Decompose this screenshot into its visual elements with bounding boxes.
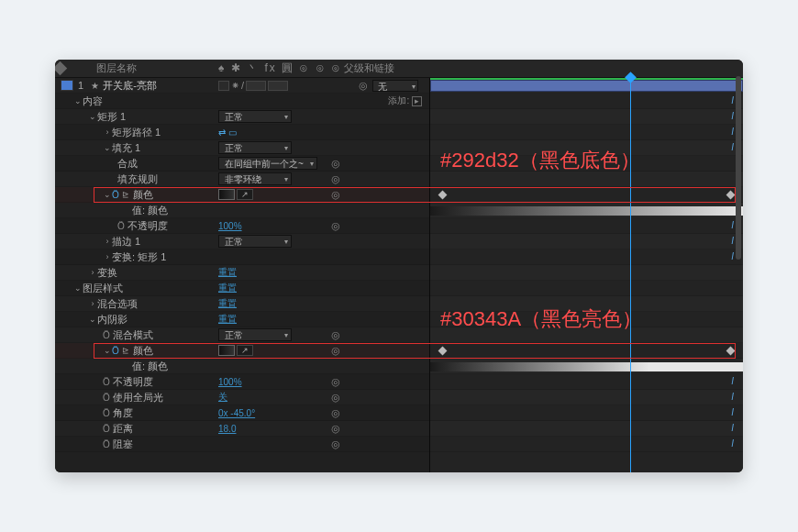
pickwhip-icon[interactable]: ◎ <box>330 189 341 200</box>
switch-icons[interactable]: ⁕/ <box>218 80 315 92</box>
layer-color-chip[interactable] <box>61 80 73 91</box>
expand-icon[interactable]: ⌄ <box>103 346 112 355</box>
pickwhip-icon[interactable]: ◎ <box>330 220 341 231</box>
dropdown-normal[interactable]: 正常 <box>218 235 292 248</box>
prop-stroke1[interactable]: › 描边 1 正常 <box>55 234 429 249</box>
pickwhip-icon[interactable]: ◎ <box>330 345 341 356</box>
tag-icon <box>55 61 67 76</box>
layer-list: 1 ★ 开关底-亮部 ⁕/ ◎ 无 ⌄ 内容 添加: ▸ ⌄ <box>55 78 429 472</box>
prop-blend-mode[interactable]: Ö 混合模式 正常 ◎ <box>55 327 429 343</box>
prop-value-color-2: 值: 颜色 <box>55 359 429 374</box>
pickwhip-icon[interactable]: ◎ <box>330 173 341 184</box>
prop-opacity-2[interactable]: Ö 不透明度 100% ◎ <box>55 374 429 390</box>
scrollbar-thumb[interactable] <box>736 76 741 260</box>
prop-color-2[interactable]: ⌄ Ö ⊵ 颜色 ↗ ◎ <box>55 343 429 359</box>
timeline-row <box>430 78 743 94</box>
color-swatch[interactable]: ↗ <box>218 345 253 356</box>
stopwatch-icon[interactable]: Ö <box>112 190 119 200</box>
pickwhip-icon[interactable]: ◎ <box>330 376 341 387</box>
column-layer-name: 图层名称 <box>96 61 137 75</box>
stopwatch-icon[interactable]: Ö <box>103 439 110 449</box>
timeline-area[interactable]: I I I I I I I I I I I I <box>429 78 743 472</box>
prop-rect1[interactable]: ⌄ 矩形 1 正常 <box>55 109 429 125</box>
timeline-row: I <box>430 218 743 234</box>
timeline-row: I <box>430 140 743 156</box>
prop-fill-rule[interactable]: 填充规则 非零环绕 ◎ <box>55 172 429 187</box>
parent-link[interactable]: ◎ 无 <box>358 80 418 92</box>
expand-icon[interactable]: ⌄ <box>103 190 112 199</box>
prop-composite[interactable]: 合成 在同组中前一个之~ ◎ <box>55 156 429 172</box>
reset-link[interactable]: 重置 <box>218 297 237 310</box>
stopwatch-icon[interactable]: Ö <box>103 393 110 403</box>
prop-color-1[interactable]: ⌄ Ö ⊵ 颜色 ↗ ◎ <box>55 187 429 203</box>
pickwhip-icon[interactable]: ◎ <box>330 158 341 169</box>
layer-name[interactable]: 开关底-亮部 <box>103 79 157 93</box>
expand-icon[interactable]: ⌄ <box>73 96 83 105</box>
add-button[interactable]: 添加: ▸ <box>388 94 422 107</box>
expand-icon[interactable]: ⌄ <box>73 283 83 293</box>
graph-icon[interactable]: ⊵ <box>122 190 129 199</box>
pickwhip-icon[interactable]: ◎ <box>330 423 341 434</box>
dropdown-normal[interactable]: 正常 <box>218 328 292 341</box>
expand-icon[interactable]: › <box>103 252 112 261</box>
opacity-value[interactable]: 100% <box>218 377 242 387</box>
pickwhip-icon[interactable]: ◎ <box>358 80 369 91</box>
prop-global-light[interactable]: Ö 使用全局光 关 ◎ <box>55 390 429 405</box>
stopwatch-icon[interactable]: Ö <box>103 424 110 434</box>
layer-row[interactable]: 1 ★ 开关底-亮部 ⁕/ ◎ 无 <box>55 78 429 94</box>
expand-icon[interactable]: ⌄ <box>88 315 97 324</box>
expand-icon[interactable]: › <box>88 268 97 277</box>
pickwhip-icon[interactable]: ◎ <box>330 392 341 403</box>
prop-angle[interactable]: Ö 角度 0x -45.0° ◎ <box>55 405 429 421</box>
stopwatch-icon[interactable]: Ö <box>112 346 119 356</box>
stopwatch-icon[interactable]: Ö <box>103 330 110 340</box>
reset-link[interactable]: 重置 <box>218 266 237 279</box>
dropdown-normal[interactable]: 正常 <box>218 110 292 123</box>
expand-icon[interactable]: ⌄ <box>88 112 97 121</box>
dropdown-fillrule[interactable]: 非零环绕 <box>218 172 292 185</box>
prop-choke[interactable]: Ö 阻塞 ◎ <box>55 437 429 452</box>
prop-opacity[interactable]: Ö 不透明度 100% ◎ <box>55 218 429 234</box>
prop-contents[interactable]: ⌄ 内容 添加: ▸ <box>55 94 429 109</box>
playhead[interactable] <box>630 78 631 472</box>
reset-link[interactable]: 重置 <box>218 282 237 294</box>
prop-transform[interactable]: › 变换 重置 <box>55 265 429 281</box>
prop-distance[interactable]: Ö 距离 18.0 ◎ <box>55 421 429 437</box>
timeline-row: I <box>430 390 743 405</box>
pickwhip-icon[interactable]: ◎ <box>330 329 341 340</box>
prop-rect-path[interactable]: › 矩形路径 1 ⇄ ▭ <box>55 125 429 140</box>
dropdown-normal[interactable]: 正常 <box>218 141 292 154</box>
angle-value[interactable]: 0x -45.0° <box>218 408 255 418</box>
parent-dropdown[interactable]: 无 <box>372 80 418 92</box>
expand-icon[interactable]: › <box>103 237 112 246</box>
pickwhip-icon[interactable]: ◎ <box>330 438 341 449</box>
expand-icon[interactable]: ⌄ <box>103 143 112 152</box>
timeline-row: I <box>430 234 743 249</box>
distance-value[interactable]: 18.0 <box>218 424 236 434</box>
prop-layer-styles[interactable]: ⌄ 图层样式 重置 <box>55 281 429 296</box>
pickwhip-icon[interactable]: ◎ <box>330 407 341 418</box>
color-swatch[interactable]: ↗ <box>218 189 253 200</box>
path-icons[interactable]: ⇄ ▭ <box>218 127 237 138</box>
prop-blend-options[interactable]: › 混合选项 重置 <box>55 296 429 312</box>
stopwatch-icon[interactable]: Ö <box>103 377 110 387</box>
column-switches: ♠ ✱ 丶 fx 圓 ⊙ ⊙ ⊙ <box>218 61 342 76</box>
timeline-row <box>430 156 743 172</box>
stopwatch-icon[interactable]: Ö <box>103 408 110 418</box>
expand-icon[interactable]: › <box>103 127 112 137</box>
prop-value-color: 值: 颜色 <box>55 203 429 218</box>
prop-transform-rect[interactable]: › 变换: 矩形 1 <box>55 249 429 265</box>
global-light-value[interactable]: 关 <box>218 391 227 404</box>
graph-icon[interactable]: ⊵ <box>122 346 129 355</box>
opacity-value[interactable]: 100% <box>218 221 242 231</box>
timeline-row: I <box>430 437 743 452</box>
timeline-row <box>430 172 743 187</box>
column-parent: 父级和链接 <box>344 61 394 75</box>
prop-inner-shadow[interactable]: ⌄ 内阴影 重置 <box>55 312 429 327</box>
stopwatch-icon[interactable]: Ö <box>117 221 125 231</box>
timeline-row <box>430 203 743 218</box>
reset-link[interactable]: 重置 <box>218 313 237 326</box>
dropdown-composite[interactable]: 在同组中前一个之~ <box>218 157 317 170</box>
expand-icon[interactable]: › <box>88 299 97 308</box>
prop-fill1[interactable]: ⌄ 填充 1 正常 <box>55 140 429 156</box>
